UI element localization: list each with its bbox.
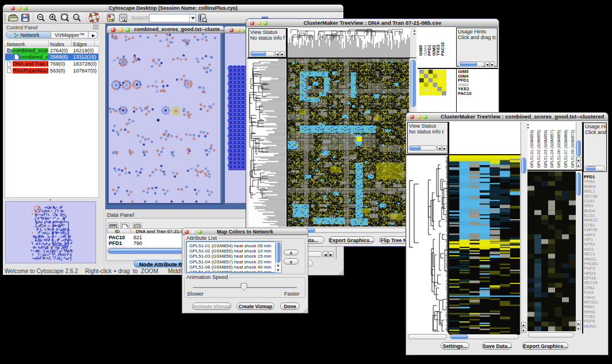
svg-text:1:1: 1:1 <box>75 16 79 19</box>
svg-text:Search:: Search: <box>131 14 150 21</box>
